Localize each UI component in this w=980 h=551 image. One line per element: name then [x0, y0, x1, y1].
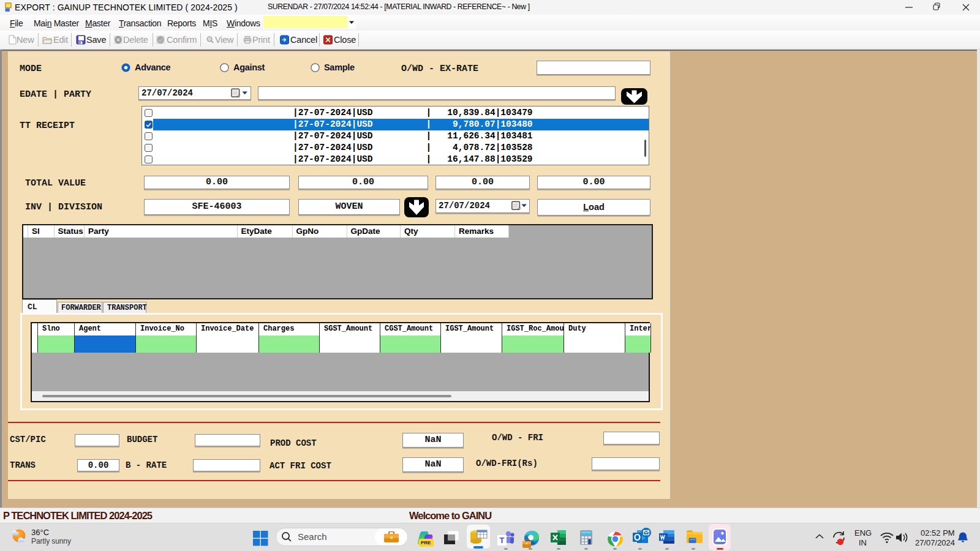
svg-text:T: T: [500, 536, 505, 545]
